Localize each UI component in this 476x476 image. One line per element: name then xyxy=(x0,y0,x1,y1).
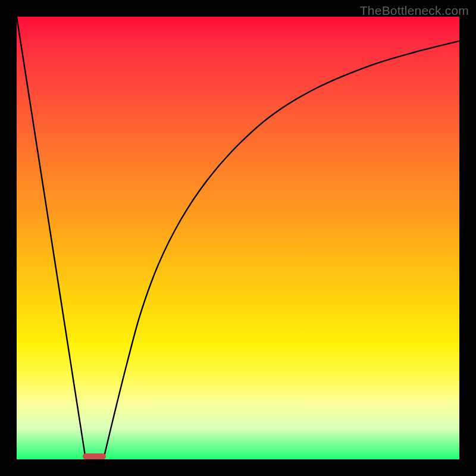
curve-left-branch xyxy=(17,17,86,459)
chart-frame: TheBottleneck.com xyxy=(0,0,476,476)
chart-svg xyxy=(17,17,459,459)
baseline-marker xyxy=(83,453,106,459)
watermark-text: TheBottleneck.com xyxy=(360,4,469,18)
curve-right-branch xyxy=(104,41,459,459)
